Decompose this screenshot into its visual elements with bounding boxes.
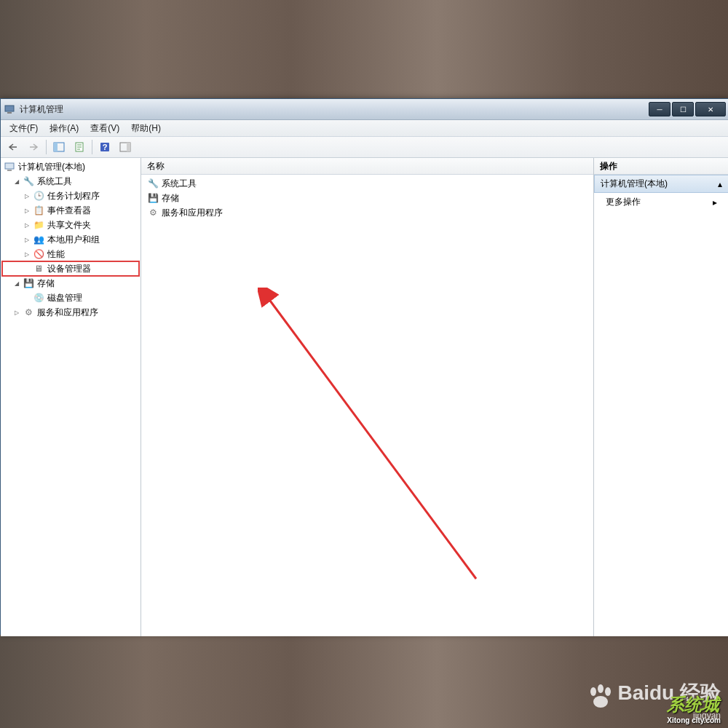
svg-rect-9 — [5, 163, 14, 169]
help-button[interactable]: ? — [95, 138, 114, 156]
tree-performance[interactable]: ▷ 🚫 性能 — [2, 247, 139, 261]
storage-icon: 💾 — [23, 277, 34, 289]
show-hide-tree-button[interactable] — [50, 138, 68, 156]
action-item-label: 更多操作 — [606, 196, 641, 208]
expand-icon[interactable]: ▷ — [12, 308, 21, 317]
svg-point-14 — [598, 684, 604, 693]
tools-icon: 🔧 — [147, 178, 159, 189]
tree-system-tools[interactable]: ◢ 🔧 系统工具 — [2, 174, 139, 189]
toolbar: ? — [1, 137, 728, 158]
expand-icon[interactable]: ▷ — [23, 221, 31, 229]
collapse-icon[interactable]: ◢ — [12, 177, 21, 186]
menubar: 文件(F) 操作(A) 查看(V) 帮助(H) — [1, 120, 728, 137]
tree-device-manager[interactable]: 🖥 设备管理器 — [2, 261, 139, 276]
list-item[interactable]: 🔧 系统工具 — [144, 176, 590, 191]
tree-services-apps-label: 服务和应用程序 — [37, 306, 98, 319]
tree-local-users-label: 本地用户和组 — [47, 234, 100, 246]
tree-services-apps[interactable]: ▷ ⚙ 服务和应用程序 — [2, 305, 139, 320]
menu-action[interactable]: 操作(A) — [44, 121, 84, 136]
svg-line-12 — [268, 298, 476, 579]
annotation-arrow — [258, 288, 491, 593]
tree-device-manager-label: 设备管理器 — [47, 263, 91, 275]
storage-icon: 💾 — [147, 192, 159, 204]
svg-rect-3 — [54, 143, 58, 151]
expand-icon[interactable]: ▷ — [23, 191, 31, 200]
maximize-button[interactable]: ☐ — [672, 102, 694, 116]
list-header-name: 名称 — [147, 160, 165, 173]
svg-point-15 — [605, 687, 611, 696]
expand-spacer — [23, 264, 31, 273]
expand-spacer — [23, 293, 31, 302]
menu-help[interactable]: 帮助(H) — [125, 121, 167, 136]
tree-task-scheduler[interactable]: ▷ 🕒 任务计划程序 — [2, 189, 139, 203]
show-action-pane-button[interactable] — [116, 138, 135, 156]
content-area: 计算机管理(本地) ◢ 🔧 系统工具 ▷ 🕒 任务计划程序 ▷ 📋 事件查看器 … — [1, 158, 728, 636]
tree-panel[interactable]: 计算机管理(本地) ◢ 🔧 系统工具 ▷ 🕒 任务计划程序 ▷ 📋 事件查看器 … — [1, 158, 141, 636]
list-column-header[interactable]: 名称 — [141, 158, 593, 175]
tree-storage[interactable]: ◢ 💾 存储 — [2, 276, 139, 290]
tree-shared-folders-label: 共享文件夹 — [47, 219, 91, 232]
action-panel-header: 操作 — [594, 158, 728, 175]
list-item-label: 服务和应用程序 — [162, 207, 223, 219]
computer-management-window: 计算机管理 ─ ☐ ✕ 文件(F) 操作(A) 查看(V) 帮助(H) ? 计算… — [0, 98, 728, 635]
tools-icon: 🔧 — [23, 175, 34, 187]
menu-file[interactable]: 文件(F) — [4, 121, 44, 136]
services-icon: ⚙ — [23, 306, 34, 318]
forward-button[interactable] — [24, 138, 43, 156]
toolbar-separator — [92, 140, 92, 154]
folder-share-icon: 📁 — [33, 219, 44, 231]
properties-button[interactable] — [70, 138, 89, 156]
watermark-xitongcity: 系统城 Xitong city.com — [667, 693, 721, 724]
app-icon — [4, 103, 15, 115]
action-group-label: 计算机管理(本地) — [601, 178, 668, 190]
svg-rect-0 — [5, 106, 14, 111]
list-item-label: 存储 — [162, 192, 179, 205]
back-button[interactable] — [4, 138, 23, 156]
svg-point-16 — [593, 696, 608, 708]
tree-task-scheduler-label: 任务计划程序 — [47, 190, 100, 202]
tree-root[interactable]: 计算机管理(本地) — [2, 159, 139, 174]
expand-icon[interactable]: ▷ — [23, 250, 31, 258]
tree-storage-label: 存储 — [37, 277, 55, 290]
tree-performance-label: 性能 — [47, 248, 65, 261]
list-item[interactable]: ⚙ 服务和应用程序 — [144, 205, 590, 220]
action-group-title[interactable]: 计算机管理(本地) ▴ — [594, 175, 728, 193]
svg-point-13 — [590, 687, 596, 696]
submenu-arrow-icon: ▸ — [713, 197, 717, 207]
list-item[interactable]: 💾 存储 — [144, 191, 590, 205]
action-more-actions[interactable]: 更多操作 ▸ — [594, 193, 728, 211]
window-controls: ─ ☐ ✕ — [649, 102, 726, 116]
paw-icon — [586, 684, 615, 711]
titlebar[interactable]: 计算机管理 ─ ☐ ✕ — [1, 99, 728, 120]
device-icon: 🖥 — [33, 263, 44, 274]
expand-icon[interactable]: ▷ — [23, 235, 31, 244]
tree-event-viewer-label: 事件查看器 — [47, 205, 91, 217]
toolbar-separator — [46, 140, 47, 154]
expand-icon[interactable]: ▷ — [23, 206, 31, 215]
menu-view[interactable]: 查看(V) — [84, 121, 125, 136]
watermark2-sub: Xitong city.com — [667, 716, 721, 724]
tree-disk-management[interactable]: 💿 磁盘管理 — [2, 290, 139, 305]
tree-disk-management-label: 磁盘管理 — [47, 292, 82, 304]
collapse-icon[interactable]: ◢ — [12, 279, 21, 288]
tree-shared-folders[interactable]: ▷ 📁 共享文件夹 — [2, 218, 139, 232]
close-button[interactable]: ✕ — [695, 102, 726, 116]
watermark2-brand: 系统城 — [667, 695, 719, 714]
clock-icon: 🕒 — [33, 190, 44, 202]
svg-rect-10 — [7, 170, 12, 171]
action-panel: 操作 计算机管理(本地) ▴ 更多操作 ▸ — [594, 158, 728, 636]
list-panel: 名称 🔧 系统工具 💾 存储 ⚙ 服务和应用程序 — [141, 158, 594, 636]
services-icon: ⚙ — [147, 207, 159, 218]
list-body[interactable]: 🔧 系统工具 💾 存储 ⚙ 服务和应用程序 — [141, 175, 593, 636]
disk-icon: 💿 — [33, 292, 44, 304]
tree-root-label: 计算机管理(本地) — [18, 161, 85, 173]
tree-event-viewer[interactable]: ▷ 📋 事件查看器 — [2, 203, 139, 218]
svg-text:?: ? — [103, 143, 108, 151]
minimize-button[interactable]: ─ — [649, 102, 670, 116]
collapse-triangle-icon[interactable]: ▴ — [718, 179, 722, 189]
window-title: 计算机管理 — [20, 103, 649, 116]
list-item-label: 系统工具 — [162, 178, 197, 190]
event-icon: 📋 — [33, 205, 44, 216]
tree-local-users[interactable]: ▷ 👥 本地用户和组 — [2, 232, 139, 247]
server-icon — [4, 161, 15, 173]
